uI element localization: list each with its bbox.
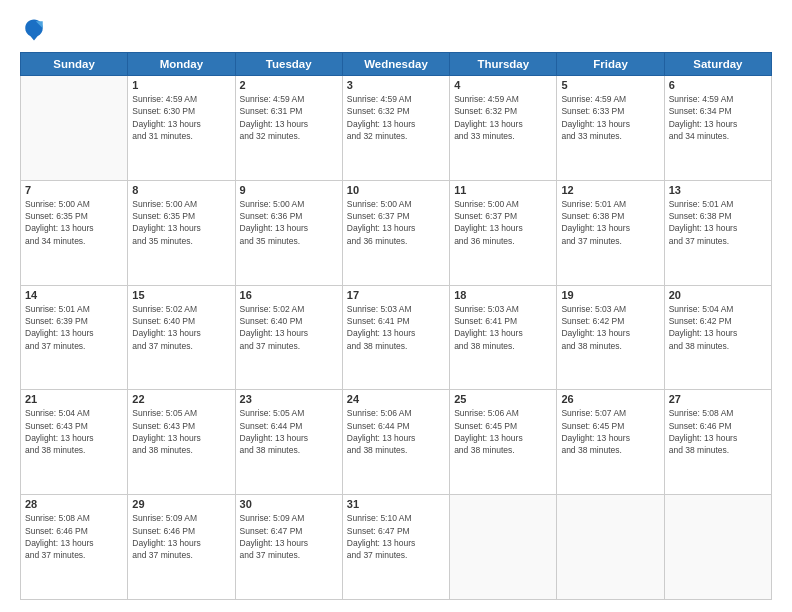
day-number: 6 [669,79,767,91]
calendar-cell: 9Sunrise: 5:00 AM Sunset: 6:36 PM Daylig… [235,180,342,285]
calendar-cell [21,76,128,181]
day-number: 3 [347,79,445,91]
logo-icon [20,16,48,44]
day-number: 8 [132,184,230,196]
day-info: Sunrise: 5:08 AM Sunset: 6:46 PM Dayligh… [669,407,767,456]
calendar-week-1: 1Sunrise: 4:59 AM Sunset: 6:30 PM Daylig… [21,76,772,181]
day-info: Sunrise: 5:00 AM Sunset: 6:37 PM Dayligh… [454,198,552,247]
day-info: Sunrise: 4:59 AM Sunset: 6:31 PM Dayligh… [240,93,338,142]
calendar-week-2: 7Sunrise: 5:00 AM Sunset: 6:35 PM Daylig… [21,180,772,285]
day-info: Sunrise: 5:09 AM Sunset: 6:47 PM Dayligh… [240,512,338,561]
day-number: 10 [347,184,445,196]
day-number: 2 [240,79,338,91]
day-info: Sunrise: 5:06 AM Sunset: 6:45 PM Dayligh… [454,407,552,456]
day-number: 25 [454,393,552,405]
day-number: 27 [669,393,767,405]
day-info: Sunrise: 5:01 AM Sunset: 6:38 PM Dayligh… [561,198,659,247]
day-number: 13 [669,184,767,196]
day-number: 5 [561,79,659,91]
calendar-cell: 1Sunrise: 4:59 AM Sunset: 6:30 PM Daylig… [128,76,235,181]
calendar-cell: 31Sunrise: 5:10 AM Sunset: 6:47 PM Dayli… [342,495,449,600]
calendar-cell: 19Sunrise: 5:03 AM Sunset: 6:42 PM Dayli… [557,285,664,390]
calendar-week-4: 21Sunrise: 5:04 AM Sunset: 6:43 PM Dayli… [21,390,772,495]
day-number: 12 [561,184,659,196]
day-info: Sunrise: 4:59 AM Sunset: 6:30 PM Dayligh… [132,93,230,142]
calendar-cell: 15Sunrise: 5:02 AM Sunset: 6:40 PM Dayli… [128,285,235,390]
calendar-cell: 12Sunrise: 5:01 AM Sunset: 6:38 PM Dayli… [557,180,664,285]
day-number: 19 [561,289,659,301]
day-number: 14 [25,289,123,301]
day-number: 23 [240,393,338,405]
day-info: Sunrise: 5:02 AM Sunset: 6:40 PM Dayligh… [240,303,338,352]
day-info: Sunrise: 5:08 AM Sunset: 6:46 PM Dayligh… [25,512,123,561]
calendar-cell: 30Sunrise: 5:09 AM Sunset: 6:47 PM Dayli… [235,495,342,600]
day-info: Sunrise: 4:59 AM Sunset: 6:34 PM Dayligh… [669,93,767,142]
day-info: Sunrise: 5:01 AM Sunset: 6:39 PM Dayligh… [25,303,123,352]
calendar-cell: 17Sunrise: 5:03 AM Sunset: 6:41 PM Dayli… [342,285,449,390]
calendar-table: SundayMondayTuesdayWednesdayThursdayFrid… [20,52,772,600]
calendar-cell: 25Sunrise: 5:06 AM Sunset: 6:45 PM Dayli… [450,390,557,495]
calendar-cell: 29Sunrise: 5:09 AM Sunset: 6:46 PM Dayli… [128,495,235,600]
day-number: 9 [240,184,338,196]
day-info: Sunrise: 5:02 AM Sunset: 6:40 PM Dayligh… [132,303,230,352]
calendar-header-sunday: Sunday [21,53,128,76]
day-number: 7 [25,184,123,196]
day-number: 20 [669,289,767,301]
calendar-cell: 16Sunrise: 5:02 AM Sunset: 6:40 PM Dayli… [235,285,342,390]
calendar-cell: 18Sunrise: 5:03 AM Sunset: 6:41 PM Dayli… [450,285,557,390]
day-number: 4 [454,79,552,91]
day-info: Sunrise: 4:59 AM Sunset: 6:32 PM Dayligh… [454,93,552,142]
day-number: 30 [240,498,338,510]
calendar-cell: 8Sunrise: 5:00 AM Sunset: 6:35 PM Daylig… [128,180,235,285]
day-number: 28 [25,498,123,510]
header [20,16,772,44]
day-number: 11 [454,184,552,196]
day-number: 1 [132,79,230,91]
calendar-cell: 23Sunrise: 5:05 AM Sunset: 6:44 PM Dayli… [235,390,342,495]
calendar-cell: 22Sunrise: 5:05 AM Sunset: 6:43 PM Dayli… [128,390,235,495]
calendar-cell: 4Sunrise: 4:59 AM Sunset: 6:32 PM Daylig… [450,76,557,181]
day-number: 22 [132,393,230,405]
day-info: Sunrise: 5:01 AM Sunset: 6:38 PM Dayligh… [669,198,767,247]
calendar-cell: 5Sunrise: 4:59 AM Sunset: 6:33 PM Daylig… [557,76,664,181]
day-info: Sunrise: 5:00 AM Sunset: 6:35 PM Dayligh… [132,198,230,247]
calendar-cell: 14Sunrise: 5:01 AM Sunset: 6:39 PM Dayli… [21,285,128,390]
day-info: Sunrise: 5:04 AM Sunset: 6:42 PM Dayligh… [669,303,767,352]
logo [20,16,52,44]
calendar-header-wednesday: Wednesday [342,53,449,76]
day-info: Sunrise: 4:59 AM Sunset: 6:32 PM Dayligh… [347,93,445,142]
day-info: Sunrise: 5:00 AM Sunset: 6:37 PM Dayligh… [347,198,445,247]
day-number: 31 [347,498,445,510]
calendar-week-3: 14Sunrise: 5:01 AM Sunset: 6:39 PM Dayli… [21,285,772,390]
day-number: 21 [25,393,123,405]
calendar-cell: 6Sunrise: 4:59 AM Sunset: 6:34 PM Daylig… [664,76,771,181]
day-info: Sunrise: 4:59 AM Sunset: 6:33 PM Dayligh… [561,93,659,142]
day-number: 18 [454,289,552,301]
day-info: Sunrise: 5:07 AM Sunset: 6:45 PM Dayligh… [561,407,659,456]
day-info: Sunrise: 5:10 AM Sunset: 6:47 PM Dayligh… [347,512,445,561]
calendar-header-friday: Friday [557,53,664,76]
calendar-header-saturday: Saturday [664,53,771,76]
day-number: 17 [347,289,445,301]
page: SundayMondayTuesdayWednesdayThursdayFrid… [0,0,792,612]
day-number: 15 [132,289,230,301]
day-info: Sunrise: 5:03 AM Sunset: 6:41 PM Dayligh… [347,303,445,352]
day-info: Sunrise: 5:03 AM Sunset: 6:42 PM Dayligh… [561,303,659,352]
day-info: Sunrise: 5:00 AM Sunset: 6:35 PM Dayligh… [25,198,123,247]
day-number: 29 [132,498,230,510]
day-info: Sunrise: 5:03 AM Sunset: 6:41 PM Dayligh… [454,303,552,352]
calendar-cell [557,495,664,600]
day-info: Sunrise: 5:09 AM Sunset: 6:46 PM Dayligh… [132,512,230,561]
calendar-cell: 2Sunrise: 4:59 AM Sunset: 6:31 PM Daylig… [235,76,342,181]
calendar-cell: 3Sunrise: 4:59 AM Sunset: 6:32 PM Daylig… [342,76,449,181]
calendar-cell: 20Sunrise: 5:04 AM Sunset: 6:42 PM Dayli… [664,285,771,390]
day-number: 16 [240,289,338,301]
calendar-cell [450,495,557,600]
day-info: Sunrise: 5:04 AM Sunset: 6:43 PM Dayligh… [25,407,123,456]
calendar-header-tuesday: Tuesday [235,53,342,76]
calendar-header-thursday: Thursday [450,53,557,76]
calendar-cell: 10Sunrise: 5:00 AM Sunset: 6:37 PM Dayli… [342,180,449,285]
calendar-cell: 21Sunrise: 5:04 AM Sunset: 6:43 PM Dayli… [21,390,128,495]
calendar-cell: 13Sunrise: 5:01 AM Sunset: 6:38 PM Dayli… [664,180,771,285]
calendar-header-row: SundayMondayTuesdayWednesdayThursdayFrid… [21,53,772,76]
